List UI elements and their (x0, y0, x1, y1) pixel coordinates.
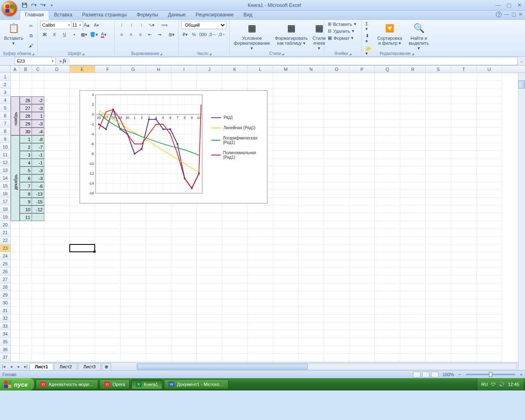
cell-G35[interactable] (121, 338, 146, 346)
cell-F30[interactable] (95, 299, 121, 307)
cell-R5[interactable] (400, 104, 426, 112)
col-header-N[interactable]: N (299, 66, 324, 73)
cell-N26[interactable] (299, 268, 324, 276)
cell-E33[interactable] (70, 322, 95, 330)
cell-L25[interactable] (248, 260, 273, 268)
row-header-28[interactable]: 28 (0, 283, 11, 291)
cell-U36[interactable] (477, 346, 502, 354)
cell-G24[interactable] (121, 252, 146, 260)
cell-N32[interactable] (299, 315, 324, 322)
cell-A3[interactable] (11, 89, 20, 96)
cell-S32[interactable] (426, 315, 451, 322)
cell-U14[interactable] (477, 174, 502, 182)
cell-K18[interactable] (222, 205, 248, 213)
cell-C25[interactable] (32, 260, 44, 268)
embedded-chart[interactable]: 420-2-4-6-8-10-12-14-1626272829301234567… (80, 90, 267, 203)
sheet-tab-1[interactable]: Лист1 (30, 363, 53, 370)
cell-G32[interactable] (121, 315, 146, 322)
col-header-R[interactable]: R (400, 66, 426, 73)
cell-M9[interactable] (273, 135, 299, 143)
horizontal-scrollbar[interactable] (137, 363, 517, 370)
cell-T31[interactable] (451, 307, 477, 315)
row-header-14[interactable]: 14 (0, 174, 11, 182)
cell-R35[interactable] (400, 338, 426, 346)
cell-D27[interactable] (44, 276, 70, 283)
cell-I24[interactable] (171, 252, 197, 260)
cell-Q6[interactable] (375, 112, 400, 120)
cell-O12[interactable] (324, 159, 349, 167)
cell-A6[interactable]: ноябрь (11, 112, 20, 120)
cell-Q4[interactable] (375, 96, 400, 104)
cell-O25[interactable] (324, 260, 349, 268)
cell-T38[interactable] (451, 361, 477, 362)
cell-K30[interactable] (222, 299, 248, 307)
cell-T24[interactable] (451, 252, 477, 260)
cell-H33[interactable] (146, 322, 171, 330)
cell-G38[interactable] (121, 361, 146, 362)
cell-B24[interactable] (20, 252, 32, 260)
cell-D6[interactable] (44, 112, 70, 120)
cell-R1[interactable] (400, 73, 426, 81)
cell-L35[interactable] (248, 338, 273, 346)
cell-N13[interactable] (299, 167, 324, 174)
cell-I37[interactable] (171, 354, 197, 361)
cell-D19[interactable] (44, 213, 70, 221)
cell-S26[interactable] (426, 268, 451, 276)
cell-I1[interactable] (171, 73, 197, 81)
cell-C37[interactable] (32, 354, 44, 361)
cell-D35[interactable] (44, 338, 70, 346)
row-header-24[interactable]: 24 (0, 252, 11, 260)
view-pagebreak-icon[interactable] (431, 372, 438, 377)
cell-M13[interactable] (273, 167, 299, 174)
cell-P29[interactable] (349, 291, 375, 299)
cell-R28[interactable] (400, 283, 426, 291)
cell-S25[interactable] (426, 260, 451, 268)
cell-L19[interactable] (248, 213, 273, 221)
tray-icon-1[interactable]: 🛡 (491, 382, 495, 387)
cell-C22[interactable] (32, 237, 44, 244)
row-header-15[interactable]: 15 (0, 182, 11, 190)
tab-home[interactable]: Главная (20, 10, 49, 20)
cell-G18[interactable] (121, 205, 146, 213)
cell-H31[interactable] (146, 307, 171, 315)
cell-P30[interactable] (349, 299, 375, 307)
cell-R30[interactable] (400, 299, 426, 307)
cell-F2[interactable] (95, 81, 121, 89)
close-button[interactable]: ✕ (516, 2, 523, 8)
cell-B26[interactable] (20, 268, 32, 276)
cell-S22[interactable] (426, 237, 451, 244)
cell-B6[interactable]: 28 (20, 112, 32, 120)
cell-E26[interactable] (70, 268, 95, 276)
cell-B36[interactable] (20, 346, 32, 354)
cell-C4[interactable]: -2 (32, 96, 44, 104)
cell-G33[interactable] (121, 322, 146, 330)
cell-R16[interactable] (400, 190, 426, 198)
cell-Q29[interactable] (375, 291, 400, 299)
cell-K31[interactable] (222, 307, 248, 315)
cell-P1[interactable] (349, 73, 375, 81)
cell-J24[interactable] (197, 252, 222, 260)
cell-L2[interactable] (248, 81, 273, 89)
cell-F1[interactable] (95, 73, 121, 81)
cell-I38[interactable] (171, 361, 197, 362)
cell-M15[interactable] (273, 182, 299, 190)
cell-N28[interactable] (299, 283, 324, 291)
cell-P19[interactable] (349, 213, 375, 221)
align-right-icon[interactable]: ≡ (136, 30, 145, 39)
cell-R14[interactable] (400, 174, 426, 182)
cell-P24[interactable] (349, 252, 375, 260)
cell-N4[interactable] (299, 96, 324, 104)
cell-O27[interactable] (324, 276, 349, 283)
cell-O38[interactable] (324, 361, 349, 362)
cell-N18[interactable] (299, 205, 324, 213)
cell-T36[interactable] (451, 346, 477, 354)
format-painter-icon[interactable]: 🖌 (27, 41, 36, 50)
cell-F36[interactable] (95, 346, 121, 354)
cell-B10[interactable]: 2 (20, 143, 32, 151)
cell-S21[interactable] (426, 229, 451, 237)
cell-S4[interactable] (426, 96, 451, 104)
cell-P23[interactable] (349, 244, 375, 252)
cell-C29[interactable] (32, 291, 44, 299)
cell-L34[interactable] (248, 330, 273, 338)
cell-T7[interactable] (451, 120, 477, 128)
